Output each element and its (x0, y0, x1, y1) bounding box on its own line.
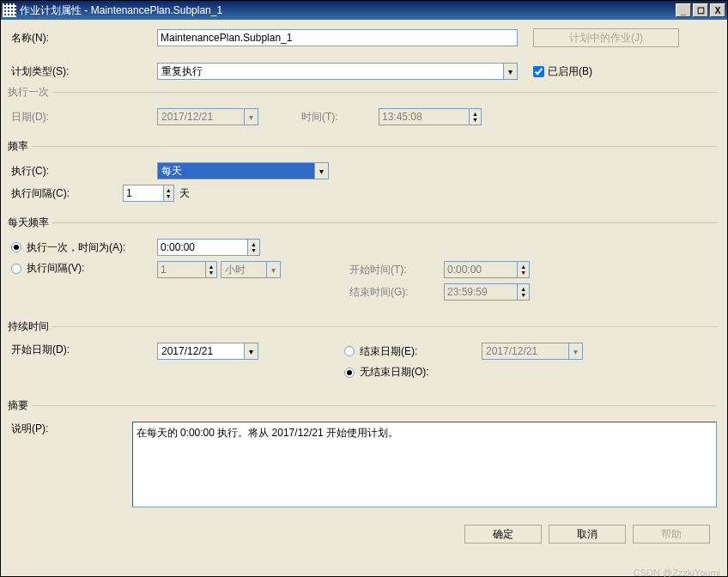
occurs-once-label: 执行一次，时间为(A): (27, 240, 125, 255)
daily-freq-legend: 每天频率 (8, 216, 52, 230)
start-date-value: 2017/12/21 (158, 343, 244, 359)
interval-unit-select: 小时 (221, 261, 281, 278)
ok-button[interactable]: 确定 (464, 525, 542, 544)
schedule-type-label: 计划类型(S): (11, 64, 157, 79)
occurs-every-radio[interactable] (11, 264, 21, 274)
summary-legend: 摘要 (8, 398, 32, 413)
occurs-value: 每天 (158, 163, 314, 179)
watermark: CSDN @ZzzkiYoumi (634, 568, 720, 577)
close-button[interactable]: X (710, 3, 725, 17)
spinner-icon: ▲▼ (517, 284, 529, 300)
interval-unit-value: 小时 (221, 262, 266, 277)
occurs-once-time-spinner[interactable]: ▲▼ (157, 239, 260, 256)
occurs-once-radio[interactable] (11, 242, 21, 252)
schedule-type-select[interactable]: 重复执行 (157, 63, 518, 80)
onetime-date-picker: 2017/12/21 (157, 108, 258, 125)
name-label: 名称(N): (11, 31, 157, 46)
occurs-every-label: 执行间隔(V): (27, 261, 84, 276)
interval-spinner: ▲▼ (157, 261, 217, 278)
start-time-spinner: ▲▼ (444, 261, 530, 278)
onetime-legend: 执行一次 (8, 85, 52, 100)
end-date-picker: 2017/12/21 (482, 343, 583, 360)
recur-every-label: 执行间隔(C): (11, 186, 123, 201)
spinner-icon: ▲▼ (469, 109, 481, 125)
chevron-down-icon[interactable] (503, 64, 517, 79)
end-date-label: 结束日期(E): (360, 344, 417, 359)
days-unit-label: 天 (179, 186, 190, 201)
chevron-down-icon (568, 343, 582, 359)
duration-legend: 持续时间 (8, 319, 52, 334)
end-time-label: 结束时间(G): (349, 285, 444, 300)
chevron-down-icon (266, 262, 280, 277)
titlebar: 作业计划属性 - MaintenancePlan.Subplan_1 _ ☐ X (1, 1, 727, 20)
start-date-label: 开始日期(D): (11, 343, 157, 357)
date-label: 日期(D): (11, 110, 157, 125)
no-end-date-label: 无结束日期(O): (360, 365, 429, 380)
maximize-button[interactable]: ☐ (693, 3, 708, 17)
minimize-button[interactable]: _ (676, 3, 691, 17)
no-end-date-radio[interactable] (344, 367, 355, 378)
enabled-checkbox[interactable] (533, 66, 544, 77)
schedule-type-value: 重复执行 (158, 64, 503, 79)
spinner-icon: ▲▼ (517, 262, 529, 277)
onetime-date-value: 2017/12/21 (158, 109, 244, 125)
end-time-spinner: ▲▼ (444, 283, 530, 301)
chevron-down-icon[interactable] (314, 163, 328, 179)
description-label: 说明(P): (11, 422, 132, 436)
enabled-label: 已启用(B) (548, 64, 592, 79)
app-icon (3, 3, 16, 17)
chevron-down-icon (244, 109, 258, 125)
occurs-label: 执行(C): (11, 164, 157, 179)
spinner-icon[interactable]: ▲▼ (247, 240, 259, 255)
recur-every-spinner[interactable]: ▲▼ (123, 185, 174, 202)
cancel-button[interactable]: 取消 (549, 525, 626, 544)
end-date-value: 2017/12/21 (482, 343, 568, 359)
start-date-picker[interactable]: 2017/12/21 (157, 343, 258, 360)
description-textarea[interactable] (132, 422, 717, 507)
help-button[interactable]: 帮助 (633, 525, 710, 544)
start-time-label: 开始时间(T): (349, 263, 444, 277)
time-label: 时间(T): (301, 110, 379, 125)
end-date-radio[interactable] (344, 346, 355, 356)
occurs-select[interactable]: 每天 (157, 162, 329, 179)
name-input[interactable] (157, 29, 518, 46)
chevron-down-icon[interactable] (244, 343, 258, 359)
frequency-legend: 频率 (8, 139, 32, 154)
jobs-in-schedule-button[interactable]: 计划中的作业(J) (533, 28, 679, 47)
window-title: 作业计划属性 - MaintenancePlan.Subplan_1 (20, 3, 676, 18)
spinner-icon: ▲▼ (205, 262, 216, 277)
spinner-icon[interactable]: ▲▼ (163, 185, 173, 201)
onetime-time-spinner: ▲▼ (379, 108, 482, 125)
